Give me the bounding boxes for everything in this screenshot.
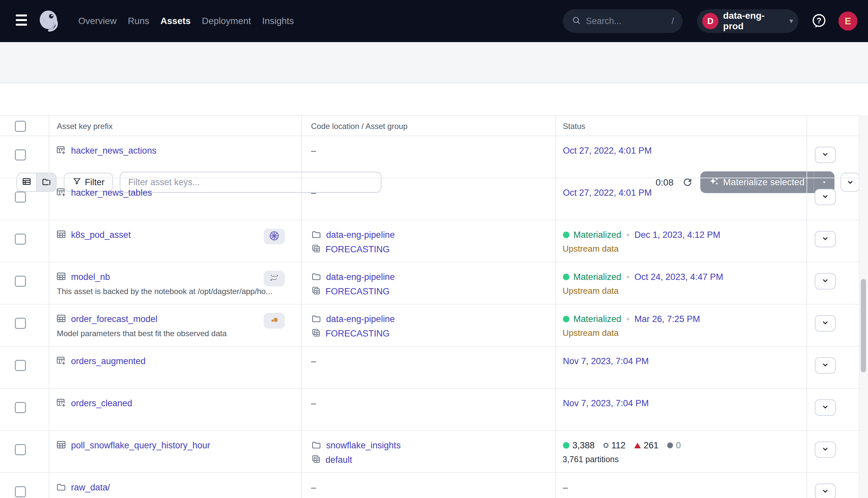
folder-icon xyxy=(56,482,66,494)
help-icon[interactable]: ? xyxy=(812,13,827,28)
latest-materialization-link[interactable]: Dec 1, 2023, 4:12 PM xyxy=(635,230,720,240)
scrollbar-thumb[interactable] xyxy=(861,279,866,372)
row-checkbox[interactable] xyxy=(15,360,26,371)
neutral-count-dot-icon xyxy=(667,442,673,448)
asset-group-link[interactable]: FORECASTING xyxy=(325,245,390,254)
code-location-link[interactable]: snowflake_insights xyxy=(326,441,401,451)
kubernetes-icon xyxy=(268,230,280,243)
asset-key-link[interactable]: orders_augmented xyxy=(71,356,146,366)
folder-icon xyxy=(311,313,322,325)
separator-dot-icon xyxy=(627,318,629,320)
code-location-link[interactable]: data-eng-pipeline xyxy=(326,272,395,282)
chevron-down-icon xyxy=(821,318,829,328)
nav-tab-insights[interactable]: Insights xyxy=(262,16,294,26)
select-all-checkbox[interactable] xyxy=(15,121,26,132)
row-expand-button[interactable] xyxy=(815,399,836,416)
chevron-down-icon xyxy=(821,361,829,370)
asset-group-link[interactable]: default xyxy=(325,455,352,465)
latest-materialization-link[interactable]: Oct 27, 2022, 4:01 PM xyxy=(563,188,652,198)
asset-key-link[interactable]: hacker_news_tables xyxy=(71,188,152,198)
asset-group-link[interactable]: FORECASTING xyxy=(325,329,390,339)
asset-group-link[interactable]: FORECASTING xyxy=(325,287,390,297)
missing-count-ring-icon xyxy=(603,443,609,448)
row-expand-button[interactable] xyxy=(815,315,836,331)
row-expand-button[interactable] xyxy=(815,357,836,374)
asset-key-link[interactable]: poll_snowflake_query_history_hour xyxy=(71,441,210,451)
table-row: model_nb This asset is backed by the not… xyxy=(0,262,868,305)
page-header: Assets View global asset lineage Reload … xyxy=(0,42,868,83)
partition-count-materialized: 3,388 xyxy=(563,441,595,451)
search-input[interactable]: Search... / xyxy=(563,9,683,33)
row-checkbox[interactable] xyxy=(15,276,26,287)
latest-materialization-link[interactable]: Nov 7, 2023, 7:04 PM xyxy=(563,398,649,408)
search-shortcut-hint: / xyxy=(671,16,674,26)
chevron-down-icon: ▾ xyxy=(789,17,793,25)
asset-key-link[interactable]: order_forecast_model xyxy=(71,314,158,324)
asset-key-link[interactable]: orders_cleaned xyxy=(71,398,132,408)
code-location-link[interactable]: data-eng-pipeline xyxy=(326,314,395,324)
row-expand-button[interactable] xyxy=(815,442,836,458)
assets-table-body: hacker_news_actions –Oct 27, 2022, 4:01 … xyxy=(0,136,868,498)
upstream-data-label: Upstream data xyxy=(563,243,619,254)
latest-materialization-link[interactable]: Oct 27, 2022, 4:01 PM xyxy=(563,146,652,156)
row-expand-button[interactable] xyxy=(815,484,836,498)
asset-description: Model parameters that best fit the obser… xyxy=(57,329,227,338)
table-row: hacker_news_actions –Oct 27, 2022, 4:01 … xyxy=(0,136,868,178)
nav-tab-overview[interactable]: Overview xyxy=(78,16,117,26)
empty-location-placeholder: – xyxy=(311,188,316,198)
chevron-down-icon xyxy=(821,403,829,412)
row-checkbox[interactable] xyxy=(15,234,26,245)
partition-count-missing: 112 xyxy=(603,441,626,451)
row-expand-button[interactable] xyxy=(815,147,836,163)
row-checkbox[interactable] xyxy=(15,402,26,413)
chevron-down-icon xyxy=(821,150,829,160)
asset-key-link[interactable]: hacker_news_actions xyxy=(71,146,157,156)
upstream-data-label: Upstream data xyxy=(563,327,619,339)
asset-key-link[interactable]: k8s_pod_asset xyxy=(71,230,131,240)
table-sparkle-icon xyxy=(56,187,66,199)
folder-icon xyxy=(311,271,322,283)
table-row: k8s_pod_asset data-eng-pipeline FORECAST… xyxy=(0,220,868,262)
row-checkbox[interactable] xyxy=(15,486,26,497)
user-avatar[interactable]: E xyxy=(838,12,857,30)
nav-tab-assets[interactable]: Assets xyxy=(160,16,191,26)
separator-dot-icon xyxy=(627,276,629,278)
asset-key-link[interactable]: model_nb xyxy=(71,272,110,282)
nav-tab-runs[interactable]: Runs xyxy=(128,16,149,26)
empty-location-placeholder: – xyxy=(311,146,316,156)
latest-materialization-link[interactable]: Mar 26, 7:25 PM xyxy=(635,314,700,324)
empty-location-placeholder: – xyxy=(311,483,316,493)
partitions-total-label: 3,761 partitions xyxy=(563,453,619,465)
chevron-down-icon xyxy=(821,276,829,286)
row-checkbox[interactable] xyxy=(15,192,26,202)
materialized-status-label: Materialized xyxy=(573,314,622,324)
table-row: orders_cleaned –Nov 7, 2023, 7:04 PM xyxy=(0,389,868,431)
table-header-row: Asset key prefix Code location / Asset g… xyxy=(0,115,868,136)
table-sparkle-icon xyxy=(56,397,66,409)
hamburger-menu-icon[interactable] xyxy=(16,14,27,28)
column-header-status: Status xyxy=(563,116,585,137)
code-location-link[interactable]: data-eng-pipeline xyxy=(326,230,395,240)
compute-kind-badge xyxy=(264,228,285,245)
table-row: raw_data/ –– xyxy=(0,473,868,498)
partition-count-failed: 261 xyxy=(634,441,658,451)
nav-tab-deployment[interactable]: Deployment xyxy=(202,16,251,26)
row-expand-button[interactable] xyxy=(815,273,836,289)
row-expand-button[interactable] xyxy=(815,189,836,205)
chevron-down-icon xyxy=(821,192,829,202)
asset-key-link[interactable]: raw_data/ xyxy=(71,483,110,493)
column-header-code-location: Code location / Asset group xyxy=(311,116,408,137)
deployment-switcher[interactable]: D data-eng-prod ▾ xyxy=(697,9,798,33)
latest-materialization-link[interactable]: Nov 7, 2023, 7:04 PM xyxy=(563,356,649,366)
table-row: poll_snowflake_query_history_hour snowfl… xyxy=(0,431,868,473)
table-icon xyxy=(56,313,66,325)
search-icon xyxy=(572,15,581,27)
latest-materialization-link[interactable]: Oct 24, 2023, 4:47 PM xyxy=(635,272,723,282)
deployment-name: data-eng-prod xyxy=(723,11,784,31)
row-checkbox[interactable] xyxy=(15,149,26,160)
row-checkbox[interactable] xyxy=(15,318,26,329)
row-expand-button[interactable] xyxy=(815,231,836,247)
dagster-logo-icon[interactable] xyxy=(38,9,61,34)
table-row: hacker_news_tables –Oct 27, 2022, 4:01 P… xyxy=(0,178,868,220)
row-checkbox[interactable] xyxy=(15,444,26,455)
